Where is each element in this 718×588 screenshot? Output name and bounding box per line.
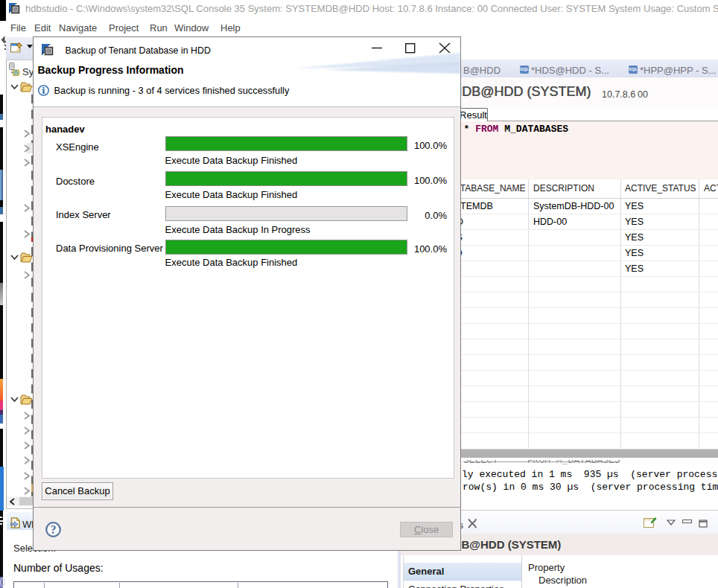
svg-text:?: ? — [50, 523, 56, 536]
